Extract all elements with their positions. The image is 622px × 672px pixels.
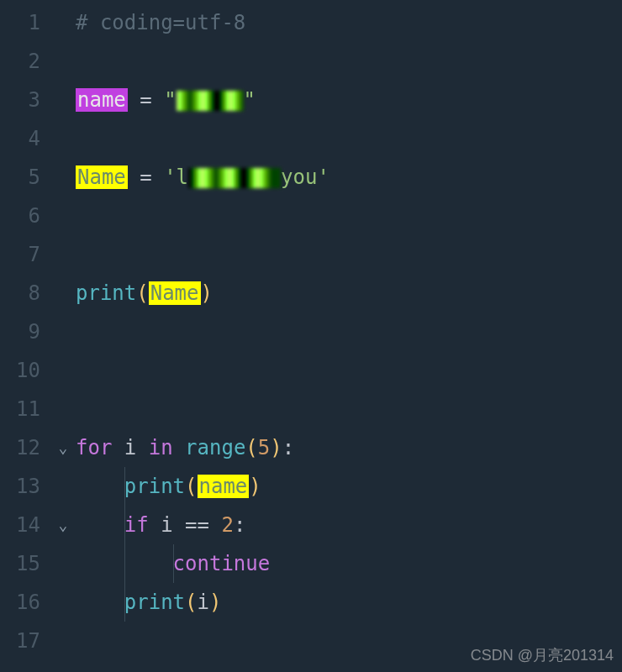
obscured-text — [188, 168, 281, 188]
line-number: 11 — [0, 390, 40, 428]
variable-name-highlighted: Name — [76, 165, 128, 189]
line-number: 4 — [0, 119, 40, 158]
line-number: 16 — [0, 583, 40, 622]
code-line-9[interactable] — [76, 312, 622, 351]
code-line-12[interactable]: for i in range(5): — [76, 428, 622, 467]
code-line-13[interactable]: print(name) — [76, 467, 622, 506]
code-line-16[interactable]: print(i) — [76, 583, 622, 622]
line-number: 6 — [0, 197, 40, 235]
line-number: 10 — [0, 351, 40, 390]
line-number: 9 — [0, 312, 40, 351]
obscured-text — [177, 91, 244, 111]
line-number: 14 — [0, 506, 40, 544]
variable-name-highlighted: name — [76, 88, 128, 112]
line-number: 8 — [0, 274, 40, 312]
line-number: 5 — [0, 158, 40, 197]
fold-icon[interactable]: ⌄ — [50, 428, 76, 467]
fold-icon[interactable]: ⌄ — [50, 506, 76, 544]
code-line-4[interactable] — [76, 119, 622, 158]
continue-keyword: continue — [173, 552, 271, 575]
code-line-7[interactable] — [76, 235, 622, 274]
print-call: print — [124, 591, 185, 614]
code-line-8[interactable]: print(Name) — [76, 274, 622, 312]
line-number: 7 — [0, 235, 40, 274]
variable-name-highlighted: Name — [149, 281, 201, 305]
line-number: 15 — [0, 544, 40, 583]
code-line-1[interactable]: # coding=utf-8 — [76, 3, 622, 42]
watermark: CSDN @月亮201314 — [471, 645, 614, 665]
code-line-5[interactable]: Name = 'lyou' — [76, 158, 622, 197]
code-line-10[interactable] — [76, 351, 622, 390]
code-content[interactable]: # coding=utf-8 name = "" Name = 'lyou' p… — [76, 0, 622, 672]
line-number-gutter: 1 2 3 4 5 6 7 8 9 10 11 12 13 14 15 16 1… — [0, 0, 50, 672]
comment: # coding=utf-8 — [76, 11, 245, 34]
fold-gutter: ⌄ ⌄ — [50, 0, 76, 672]
code-line-14[interactable]: if i == 2: — [76, 506, 622, 544]
code-line-2[interactable] — [76, 42, 622, 81]
code-line-3[interactable]: name = "" — [76, 81, 622, 119]
for-keyword: for — [76, 436, 112, 459]
line-number: 17 — [0, 622, 40, 660]
line-number: 3 — [0, 81, 40, 119]
print-call: print — [76, 281, 136, 305]
code-editor[interactable]: 1 2 3 4 5 6 7 8 9 10 11 12 13 14 15 16 1… — [0, 0, 622, 672]
code-line-15[interactable]: continue — [76, 544, 622, 583]
line-number: 1 — [0, 3, 40, 42]
line-number: 2 — [0, 42, 40, 81]
code-line-6[interactable] — [76, 197, 622, 235]
variable-name-highlighted: name — [198, 475, 250, 498]
line-number: 12 — [0, 428, 40, 467]
code-line-11[interactable] — [76, 390, 622, 428]
if-keyword: if — [124, 513, 149, 537]
line-number: 13 — [0, 467, 40, 506]
print-call: print — [124, 475, 185, 498]
